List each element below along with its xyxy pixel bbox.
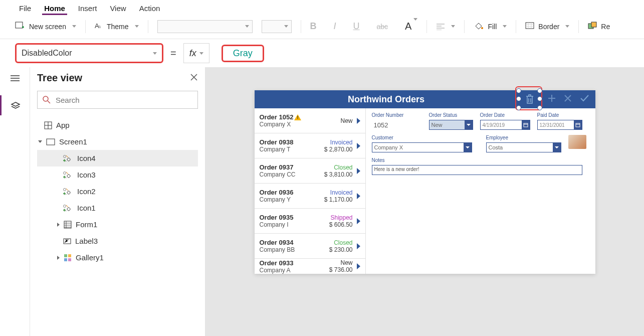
svg-rect-20 [524,123,528,127]
new-screen-button[interactable]: New screen [15,22,76,31]
theme-icon: Aa [95,22,103,31]
fx-button[interactable]: fx [183,43,209,63]
menu-insert[interactable]: Insert [78,4,97,13]
theme-button[interactable]: Aa Theme [95,22,139,31]
gallery-row[interactable]: Order 0936Company YInvoiced$ 1,170.00 [255,184,365,209]
close-tree-button[interactable] [190,72,198,84]
gallery-row[interactable]: Order 0938Company TInvoiced$ 2,870.00 [255,133,365,158]
left-rail [0,67,30,336]
formula-bar: DisabledColor = fx Gray [0,39,644,67]
svg-rect-4 [526,23,534,29]
tree-node-label3[interactable]: Label3 [37,233,198,249]
tree-node-app[interactable]: App [37,117,198,133]
caret-down-icon [38,140,42,143]
layers-icon [11,101,21,109]
canvas-area: Northwind Orders [205,67,644,336]
align-button[interactable] [436,23,455,30]
border-button[interactable]: Border [525,22,569,31]
tree-node-gallery1[interactable]: Gallery1 [37,249,198,266]
svg-rect-18 [64,258,67,261]
underline-button[interactable]: U [353,21,360,32]
rail-hamburger-button[interactable] [9,73,21,83]
hamburger-icon [10,75,20,82]
font-family-dropdown[interactable] [157,20,253,33]
tree-node-icon3[interactable]: Icon3 [37,166,198,183]
customer-select[interactable]: Company X [372,142,472,152]
menu-view[interactable]: View [110,4,126,13]
tree-node-screen1[interactable]: Screen1 [37,133,198,150]
gallery-row[interactable]: Order 0935Company IShipped$ 606.50 [255,209,365,234]
notes-input[interactable]: Here is a new order! [372,165,582,175]
app-icon [44,121,52,129]
cancel-icon[interactable] [563,94,572,105]
add-icon[interactable] [547,94,556,105]
strikethrough-button[interactable]: abc [377,23,388,31]
gallery-company: Company Y [260,196,321,203]
icon-group-icon [63,204,73,212]
tree-search-input[interactable] [55,95,192,105]
check-icon[interactable] [579,94,589,105]
gallery-title: Order 0934 [260,239,294,246]
gallery-company: Company A [260,267,321,274]
order-date-input[interactable]: 4/19/2019 [480,120,530,130]
gallery-price: $ 2,870.00 [321,146,353,153]
align-icon [436,23,445,30]
formula-input[interactable]: Gray [217,43,629,63]
equals-sign: = [170,48,176,59]
gallery-title: Order 1052 [260,113,294,121]
order-number-label: Order Number [372,112,422,118]
trash-icon[interactable] [522,92,537,107]
gallery-price: $ 736.00 [321,266,353,273]
icon-group-icon [63,154,73,162]
rail-treeview-button[interactable] [0,95,30,115]
search-icon [43,96,51,104]
employee-avatar [568,135,586,149]
tree-node-form1[interactable]: Form1 [37,216,198,233]
paid-date-input[interactable]: 12/31/2001 [537,120,582,130]
property-selector[interactable]: DisabledColor [15,43,163,63]
svg-point-12 [64,188,66,191]
gallery-row[interactable]: Order 0933Company ANew$ 736.00 [255,259,365,274]
tree-node-icon4[interactable]: Icon4 [37,150,198,166]
chevron-right-icon [357,118,360,124]
fill-button[interactable]: Fill [474,21,507,32]
menu-bar: File Home Insert View Action [0,0,644,16]
reorder-icon [588,22,597,31]
gallery-list: Order 1052Company XNewOrder 0938Company … [255,108,366,274]
font-size-dropdown[interactable] [262,20,292,33]
paid-date-label: Paid Date [537,112,582,118]
app-title: Northwind Orders [255,94,518,105]
gallery-row[interactable]: Order 0937Company CCClosed$ 3,810.00 [255,158,365,184]
employee-select[interactable]: Costa [486,142,561,152]
gallery-row[interactable]: Order 0934Company BBClosed$ 230.00 [255,234,365,259]
screen-icon [46,138,55,145]
tree-node-icon1[interactable]: Icon1 [37,200,198,216]
chevron-down-icon [565,25,569,28]
ribbon-toolbar: New screen Aa Theme B I U abc A Fill [0,15,644,39]
gallery-row[interactable]: Order 1052Company XNew [255,108,365,133]
gallery-status: New [321,259,353,266]
order-status-select[interactable]: New [429,120,473,130]
menu-home[interactable]: Home [44,4,65,13]
svg-point-13 [64,205,66,207]
gallery-status: Shipped [321,214,353,221]
border-icon [525,22,534,31]
menu-file[interactable]: File [19,4,31,13]
caret-right-icon [57,256,60,260]
bold-button[interactable]: B [310,21,317,32]
gallery-price: $ 1,170.00 [321,196,353,203]
customer-label: Customer [372,135,472,140]
reorder-label: Re [601,23,610,31]
font-color-button[interactable]: A [405,21,417,32]
svg-rect-19 [68,258,71,261]
italic-button[interactable]: I [334,21,336,32]
reorder-button[interactable]: Re [588,22,610,31]
gallery-status: Closed [321,164,353,171]
app-canvas[interactable]: Northwind Orders [255,90,595,274]
order-number-input[interactable]: 1052 [372,120,422,130]
tree-node-icon2[interactable]: Icon2 [37,183,198,200]
menu-action[interactable]: Action [139,4,160,13]
chevron-down-icon [245,25,249,28]
chevron-right-icon [357,263,360,269]
tree-search-box[interactable] [37,91,198,109]
